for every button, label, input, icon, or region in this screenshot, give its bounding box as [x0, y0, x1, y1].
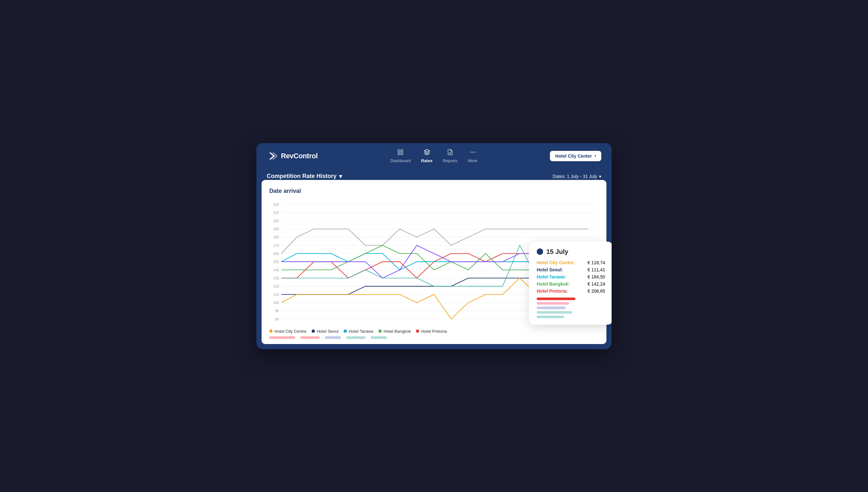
svg-text:210: 210: [273, 211, 279, 215]
tooltip-bar-1: [537, 297, 576, 300]
svg-text:130: 130: [273, 276, 279, 280]
nav-more[interactable]: More: [468, 149, 478, 163]
dashboard-icon: [397, 149, 404, 157]
tooltip-value-seoul: € 111,41: [588, 267, 606, 272]
reports-icon: [447, 149, 453, 157]
nav-dashboard[interactable]: Dashboard: [390, 149, 411, 163]
tooltip-bars: [537, 297, 605, 318]
nav-more-label: More: [468, 158, 478, 163]
legend-label-city-centre: Hotel City Centre: [275, 329, 306, 334]
dates-button[interactable]: Dates: 1 July - 31 July ▾: [553, 174, 601, 179]
svg-text:160: 160: [273, 252, 279, 255]
tooltip-value-bangkok: € 142,24: [588, 281, 606, 287]
dates-label: Dates: 1 July - 31 July: [553, 174, 597, 179]
chart-title: Date arrival: [269, 188, 599, 195]
app-name: RevControl: [281, 152, 318, 160]
svg-text:220: 220: [273, 202, 279, 206]
logo: RevControl: [267, 150, 318, 162]
legend-bar-5: [371, 336, 387, 339]
legend-dot-tarawa: [343, 329, 347, 333]
legend-hotel-pretoria: Hotel Pretoria: [416, 329, 446, 334]
tooltip-bar-5: [537, 316, 564, 318]
page-title-button[interactable]: Competition Rate History ▾: [267, 173, 342, 180]
dates-chevron: ▾: [599, 174, 601, 179]
page-title-chevron: ▾: [339, 173, 342, 180]
tooltip-item-pretoria: Hotel Pretoria: € 206,65: [537, 289, 605, 294]
legend-bar-2: [300, 336, 320, 339]
legend-dot-pretoria: [416, 329, 419, 333]
chart-legend: Hotel City Centre Hotel Seoul Hotel Tara…: [269, 326, 599, 334]
legend-bar-3: [325, 336, 341, 339]
legend-label-bangkok: Hotel Bangkok: [384, 329, 411, 334]
legend-hotel-city-centre: Hotel City Centre: [269, 329, 306, 334]
legend-dot-seoul: [312, 329, 315, 333]
legend-label-pretoria: Hotel Pretoria: [421, 329, 446, 334]
tooltip-hotel-bangkok: Hotel Bangkok:: [537, 281, 570, 287]
tooltip-value-tarawa: € 184,50: [588, 274, 606, 279]
tooltip-bar-4: [537, 311, 572, 314]
main-nav: Dashboard Rates: [390, 149, 477, 163]
tooltip-value-pretoria: € 206,65: [588, 289, 606, 294]
tooltip-hotel-tarawa: Hotel Tarawa:: [537, 274, 566, 279]
legend-dot-city-centre: [269, 329, 273, 333]
legend-hotel-tarawa: Hotel Tarawa: [343, 329, 373, 334]
svg-point-9: [472, 151, 473, 152]
hotel-selector-chevron: ▾: [594, 154, 596, 158]
nav-reports-label: Reports: [443, 158, 458, 163]
svg-text:80: 80: [275, 317, 279, 321]
hotel-selector-label: Hotel City Center: [555, 153, 592, 158]
chart-card: Date arrival 220 210 200 190 180 170 160…: [261, 180, 607, 344]
svg-text:180: 180: [273, 235, 279, 239]
svg-text:190: 190: [273, 227, 279, 231]
nav-rates-label: Rates: [421, 158, 432, 163]
tooltip-item-tarawa: Hotel Tarawa: € 184,50: [537, 274, 605, 279]
tooltip-item-seoul: Hotel Seoul: € 111,41: [537, 267, 605, 272]
tooltip-hotel-pretoria: Hotel Pretoria:: [537, 289, 568, 294]
header: RevControl Dashboard Rates: [256, 143, 612, 169]
app-container: RevControl Dashboard Rates: [256, 143, 612, 349]
nav-dashboard-label: Dashboard: [390, 158, 411, 163]
svg-text:100: 100: [273, 301, 279, 305]
legend-bars: [269, 336, 599, 339]
nav-reports[interactable]: Reports: [443, 149, 458, 163]
tooltip-item-city-centre: Hotel City Centre: € 118,74: [537, 260, 605, 265]
svg-text:150: 150: [273, 260, 279, 264]
svg-point-10: [474, 151, 475, 152]
svg-text:170: 170: [273, 243, 279, 247]
svg-rect-3: [401, 150, 403, 151]
tooltip-bar-3: [537, 306, 566, 309]
svg-text:110: 110: [273, 292, 279, 296]
svg-text:120: 120: [273, 284, 279, 288]
svg-text:200: 200: [273, 219, 279, 223]
svg-rect-5: [401, 152, 403, 154]
legend-dot-bangkok: [379, 329, 382, 333]
tooltip-date-text: 15 July: [546, 248, 568, 255]
svg-rect-4: [398, 152, 400, 154]
tooltip-date-dot: [537, 248, 543, 255]
rates-icon: [424, 149, 430, 157]
page-title: Competition Rate History: [267, 173, 336, 180]
tooltip-bar-2: [537, 302, 569, 305]
svg-text:140: 140: [273, 268, 279, 272]
more-icon: [469, 149, 476, 157]
tooltip-value-city-centre: € 118,74: [588, 260, 606, 265]
legend-bar-1: [269, 336, 295, 339]
sub-header: Competition Rate History ▾ Dates: 1 July…: [256, 169, 612, 180]
tooltip-card: 15 July Hotel City Centre: € 118,74 Hote…: [529, 242, 612, 325]
tooltip-hotel-seoul: Hotel Seoul:: [537, 267, 563, 272]
legend-bar-4: [346, 336, 365, 339]
svg-marker-1: [272, 152, 278, 159]
svg-rect-2: [398, 150, 400, 151]
legend-hotel-seoul: Hotel Seoul: [312, 329, 338, 334]
tooltip-item-bangkok: Hotel Bangkok: € 142,24: [537, 281, 605, 287]
nav-rates[interactable]: Rates: [421, 149, 432, 163]
svg-text:90: 90: [275, 309, 279, 313]
legend-label-tarawa: Hotel Tarawa: [349, 329, 373, 334]
tooltip-hotel-city-centre: Hotel City Centre:: [537, 260, 575, 265]
svg-point-8: [470, 151, 471, 152]
hotel-selector-button[interactable]: Hotel City Center ▾: [550, 151, 601, 161]
logo-icon: [267, 150, 278, 162]
legend-label-seoul: Hotel Seoul: [317, 329, 338, 334]
legend-hotel-bangkok: Hotel Bangkok: [379, 329, 411, 334]
tooltip-date-row: 15 July: [537, 248, 605, 255]
